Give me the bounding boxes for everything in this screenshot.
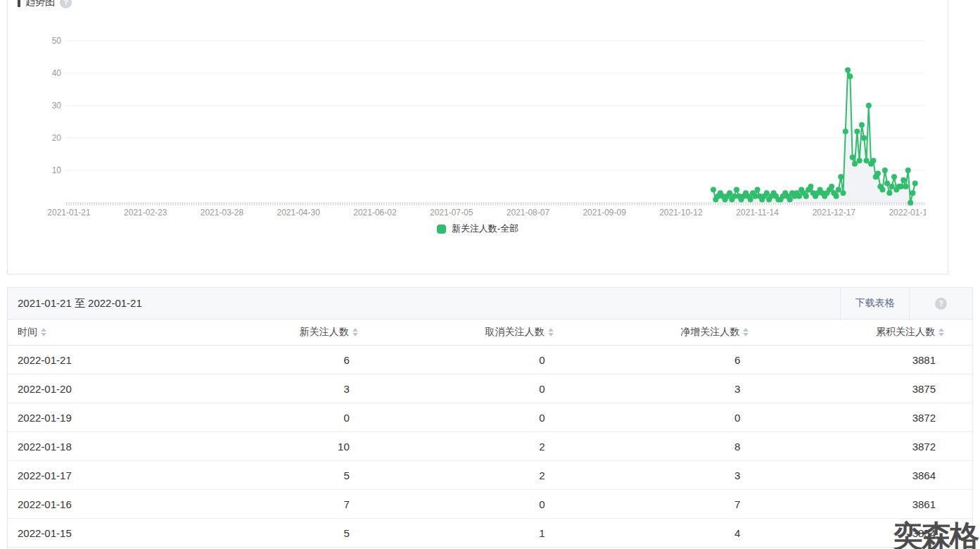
cell-value: 5 <box>191 469 386 481</box>
svg-text:2021-12-17: 2021-12-17 <box>813 208 856 217</box>
svg-text:30: 30 <box>52 101 62 111</box>
cell-date: 2022-01-16 <box>8 498 191 510</box>
date-range-label: 2021-01-21 至 2022-01-21 <box>8 288 840 319</box>
legend-marker <box>437 225 446 234</box>
table-help-icon[interactable]: ? <box>935 298 947 310</box>
svg-text:2021-11-14: 2021-11-14 <box>736 208 779 217</box>
cell-value: 3872 <box>777 441 972 453</box>
sort-icon[interactable] <box>352 328 358 336</box>
svg-text:2021-08-07: 2021-08-07 <box>507 208 550 217</box>
cell-value: 6 <box>582 354 777 366</box>
column-header-label: 累积关注人数 <box>876 326 935 339</box>
cell-value: 0 <box>386 498 582 510</box>
table-row: 2022-01-155143854 <box>8 519 972 548</box>
download-table-button[interactable]: 下载表格 <box>840 288 909 319</box>
cell-date: 2022-01-21 <box>8 354 191 366</box>
svg-text:20: 20 <box>52 133 62 143</box>
cell-value: 7 <box>582 498 777 510</box>
svg-text:2021-07-05: 2021-07-05 <box>430 208 473 217</box>
cell-value: 3872 <box>777 412 972 424</box>
cell-value: 0 <box>386 412 582 424</box>
svg-text:10: 10 <box>52 165 62 175</box>
svg-text:2021-02-23: 2021-02-23 <box>124 208 167 217</box>
table-row: 2022-01-1810283872 <box>8 432 972 461</box>
cell-date: 2022-01-19 <box>8 412 191 424</box>
svg-text:50: 50 <box>52 36 62 46</box>
column-header-5[interactable]: 累积关注人数 <box>777 326 972 339</box>
cell-value: 3 <box>582 469 777 481</box>
sort-icon[interactable] <box>548 328 554 336</box>
legend-item-new-followers[interactable]: 新关注人数-全部 <box>8 222 948 235</box>
cell-date: 2022-01-15 <box>8 527 191 539</box>
column-header-3[interactable]: 取消关注人数 <box>386 326 582 339</box>
column-header-label: 净增关注人数 <box>680 326 739 339</box>
table-body: 2022-01-2160638812022-01-2030338752022-0… <box>8 346 972 548</box>
cell-value: 0 <box>582 412 777 424</box>
column-header-label: 取消关注人数 <box>485 326 545 339</box>
table-row: 2022-01-167073861 <box>8 490 972 519</box>
cell-value: 1 <box>386 527 582 539</box>
cell-value: 10 <box>191 441 386 453</box>
svg-text:2021-10-12: 2021-10-12 <box>659 208 703 217</box>
cell-value: 8 <box>582 441 777 453</box>
chart-title-text: 趋势图 <box>25 0 55 8</box>
cell-date: 2022-01-20 <box>8 383 191 395</box>
cell-value: 3 <box>582 383 777 395</box>
cell-value: 0 <box>191 412 386 424</box>
cell-value: 0 <box>386 383 582 395</box>
column-header-label: 新关注人数 <box>300 326 349 339</box>
column-header-label: 时间 <box>18 326 37 339</box>
trend-chart-panel: 趋势图 ? 10203040502021-01-212021-02-232021… <box>7 0 948 274</box>
table-toolbar: 2021-01-21 至 2022-01-21 下载表格 ? <box>8 288 972 320</box>
cell-value: 0 <box>386 354 582 366</box>
cell-date: 2022-01-17 <box>8 469 191 481</box>
cell-value: 2 <box>386 469 582 481</box>
column-header-2[interactable]: 新关注人数 <box>191 326 386 339</box>
cell-value: 2 <box>386 441 582 453</box>
watermark: 奕森格 <box>893 517 978 549</box>
cell-value: 3861 <box>777 498 972 510</box>
follower-table-panel: 2021-01-21 至 2022-01-21 下载表格 ? 时间新关注人数取消… <box>7 287 973 549</box>
column-header-4[interactable]: 净增关注人数 <box>582 326 777 339</box>
cell-date: 2022-01-18 <box>8 441 191 453</box>
cell-value: 3875 <box>777 383 972 395</box>
svg-text:40: 40 <box>52 68 62 78</box>
table-help-cell: ? <box>909 288 972 319</box>
svg-text:2021-09-09: 2021-09-09 <box>583 208 626 217</box>
chart-help-icon[interactable]: ? <box>60 0 72 8</box>
svg-text:2021-01-21: 2021-01-21 <box>47 208 91 217</box>
trend-chart: 10203040502021-01-212021-02-232021-03-28… <box>8 20 926 231</box>
cell-value: 3881 <box>777 354 972 366</box>
chart-title: 趋势图 ? <box>18 0 72 9</box>
svg-text:2021-06-02: 2021-06-02 <box>353 208 397 217</box>
sort-icon[interactable] <box>743 328 749 336</box>
sort-icon[interactable] <box>938 328 944 336</box>
table-row: 2022-01-203033875 <box>8 374 972 403</box>
legend-label: 新关注人数-全部 <box>452 222 518 235</box>
cell-value: 4 <box>582 527 777 539</box>
table-row: 2022-01-190003872 <box>8 403 972 432</box>
analytics-page: 趋势图 ? 10203040502021-01-212021-02-232021… <box>0 0 980 549</box>
title-bar-glyph <box>18 0 20 7</box>
svg-text:2021-03-28: 2021-03-28 <box>201 208 244 217</box>
column-header-1[interactable]: 时间 <box>8 326 191 339</box>
svg-text:2021-04-30: 2021-04-30 <box>277 208 321 217</box>
cell-value: 3864 <box>777 469 972 481</box>
cell-value: 3 <box>191 383 386 395</box>
sort-icon[interactable] <box>41 328 46 336</box>
table-row: 2022-01-175233864 <box>8 461 972 490</box>
svg-text:2022-01-19: 2022-01-19 <box>889 208 926 217</box>
cell-value: 7 <box>191 498 386 510</box>
table-row: 2022-01-216063881 <box>8 346 972 374</box>
cell-value: 5 <box>191 527 386 539</box>
table-header-row: 时间新关注人数取消关注人数净增关注人数累积关注人数 <box>8 320 972 346</box>
cell-value: 6 <box>191 354 386 366</box>
